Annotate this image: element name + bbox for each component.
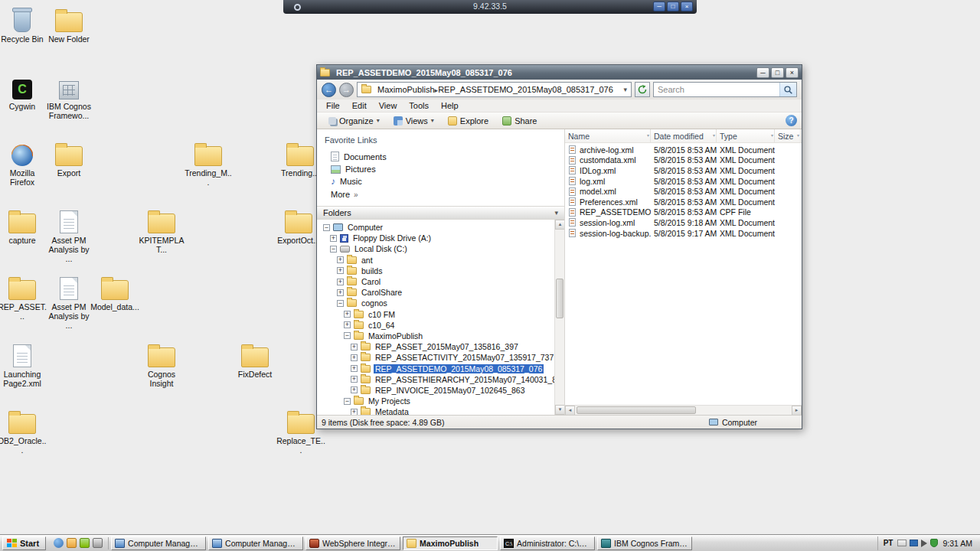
file-row-preferences-xml[interactable]: Preferences.xml5/8/2015 8:53 AMXML Docum… xyxy=(565,197,802,207)
rdp-minimize-button[interactable] xyxy=(653,2,665,11)
file-row-session-log-xml[interactable]: session-log.xml5/8/2015 9:18 AMXML Docum… xyxy=(565,217,802,228)
tree-item-floppy-disk-drive-a[interactable]: +Floppy Disk Drive (A:) xyxy=(317,233,554,243)
refresh-button[interactable] xyxy=(635,82,650,97)
menu-tools[interactable]: Tools xyxy=(403,101,435,110)
column-header-name[interactable]: Name xyxy=(565,129,651,142)
desktop-icon-fixdefect[interactable]: FixDefect xyxy=(230,340,279,379)
file-row-customdata-xml[interactable]: customdata.xml5/8/2015 8:53 AMXML Docume… xyxy=(565,155,802,166)
desktop-icon-recycle-bin[interactable]: Recycle Bin xyxy=(0,5,47,44)
scroll-up-icon[interactable] xyxy=(555,220,564,230)
expand-toggle-icon[interactable]: + xyxy=(344,311,351,318)
desktop-icon-launching-page2-xml[interactable]: Launching Page2.xml xyxy=(0,340,47,388)
desktop-icon-trending-m[interactable]: Trending_M... xyxy=(184,139,233,187)
expand-toggle-icon[interactable]: + xyxy=(337,289,344,296)
tree-item-cognos[interactable]: −cognos xyxy=(317,298,554,308)
quicklaunch-2-icon[interactable] xyxy=(67,538,77,548)
desktop-icon-model-data[interactable]: Model_data... xyxy=(90,272,139,311)
menu-help[interactable]: Help xyxy=(435,101,465,110)
tree-item-rep-assetdemo-2015may08-085317-076[interactable]: +REP_ASSETDEMO_2015May08_085317_076 xyxy=(317,363,554,373)
tree-item-rep-asset-2015may07-135816-397[interactable]: +REP_ASSET_2015May07_135816_397 xyxy=(317,341,554,352)
tree-item-carol[interactable]: +Carol xyxy=(317,276,554,287)
file-row-session-log-backup-xml[interactable]: session-log-backup.xml5/8/2015 9:17 AMXM… xyxy=(565,228,802,239)
expand-toggle-icon[interactable]: − xyxy=(337,300,344,307)
language-indicator[interactable]: PT xyxy=(884,539,893,547)
back-button[interactable] xyxy=(322,83,336,97)
volume-icon[interactable] xyxy=(921,540,927,547)
quicklaunch-3-icon[interactable] xyxy=(80,538,90,548)
tree-item-rep-assethierarchy-2015may07-140031-821[interactable]: +REP_ASSETHIERARCHY_2015May07_140031_821 xyxy=(317,374,554,385)
keyboard-icon[interactable] xyxy=(897,540,906,546)
security-icon[interactable] xyxy=(930,539,938,547)
hscrollbar-thumb[interactable] xyxy=(577,406,696,414)
desktop-icon-kpitemplat[interactable]: KPITEMPLAT... xyxy=(137,206,186,254)
folders-band[interactable]: Folders xyxy=(317,206,564,220)
expand-toggle-icon[interactable]: + xyxy=(351,354,358,361)
menu-edit[interactable]: Edit xyxy=(346,101,373,110)
tree-item-metadata[interactable]: +Metadata xyxy=(317,406,554,415)
tree-item-computer[interactable]: −Computer xyxy=(317,222,554,233)
more-link[interactable]: More » xyxy=(323,187,564,199)
tree-item-c10-fm[interactable]: +c10 FM xyxy=(317,309,554,320)
desktop-icon-new-folder[interactable]: New Folder xyxy=(44,5,93,44)
tree-item-ant[interactable]: +ant xyxy=(317,255,554,266)
tree-item-local-disk-c[interactable]: −Local Disk (C:) xyxy=(317,243,554,254)
tree-item-rep-invoice-2015may07-102645-863[interactable]: +REP_INVOICE_2015May07_102645_863 xyxy=(317,385,554,396)
network-icon[interactable] xyxy=(910,540,918,546)
column-header-date-modified[interactable]: Date modified xyxy=(651,129,717,142)
quicklaunch-4-icon[interactable] xyxy=(93,538,103,548)
rdp-connection-bar[interactable]: 9.42.33.5 xyxy=(283,0,697,14)
favorite-link-pictures[interactable]: Pictures xyxy=(323,163,564,175)
breadcrumb[interactable]: MaximoPublishREP_ASSETDEMO_2015May08_085… xyxy=(357,82,632,97)
close-button[interactable] xyxy=(786,67,799,78)
rdp-close-button[interactable] xyxy=(681,2,693,11)
favorite-link-documents[interactable]: Documents xyxy=(323,150,564,163)
files-hscrollbar[interactable] xyxy=(565,405,802,415)
favorite-link-music[interactable]: Music xyxy=(323,175,564,187)
tree-scrollbar[interactable] xyxy=(554,220,564,415)
taskbar-button-websphere-integrated-s[interactable]: WebSphere Integrated S... xyxy=(305,536,400,550)
search-input[interactable] xyxy=(654,85,779,94)
address-dropdown-icon[interactable] xyxy=(623,86,627,93)
maximize-button[interactable] xyxy=(771,67,784,78)
help-icon[interactable] xyxy=(786,115,797,126)
desktop-icon-capture[interactable]: capture xyxy=(0,206,47,245)
search-icon[interactable] xyxy=(779,83,796,96)
toolbar-views-button[interactable]: Views xyxy=(387,112,441,129)
desktop-icon-cygwin[interactable]: Cygwin xyxy=(0,72,47,111)
breadcrumb-item-1[interactable]: REP_ASSETDEMO_2015May08_085317_076 xyxy=(438,85,613,94)
forward-button[interactable] xyxy=(339,83,354,97)
tree-item-rep-assetactivity-2015may07-135917-737[interactable]: +REP_ASSETACTIVITY_2015May07_135917_737 xyxy=(317,352,554,363)
desktop-icon-asset-pm-analysis-by[interactable]: Asset PM Analysis by ... xyxy=(44,272,93,330)
desktop-icon-asset-pm-analysis-by[interactable]: Asset PM Analysis by ... xyxy=(44,206,93,263)
expand-toggle-icon[interactable]: + xyxy=(337,279,344,285)
desktop-icon-rep-asset[interactable]: REP_ASSET... xyxy=(0,272,47,321)
desktop-icon-db2-oracle[interactable]: DB2_Oracle... xyxy=(0,406,47,455)
desktop-icon-cognos-insight[interactable]: Cognos Insight xyxy=(137,340,186,388)
taskbar-button-administrator-c-windo[interactable]: Administrator: C:\Windo... xyxy=(500,536,595,550)
expand-toggle-icon[interactable]: + xyxy=(337,256,344,263)
file-row-rep-assetdemo-cpf[interactable]: REP_ASSETDEMO.cpf5/8/2015 8:53 AMCPF Fil… xyxy=(565,207,802,218)
tree-item-builds[interactable]: +builds xyxy=(317,266,554,276)
column-header-type[interactable]: Type xyxy=(717,129,775,142)
file-row-model-xml[interactable]: model.xml5/8/2015 8:53 AMXML Document xyxy=(565,186,802,197)
tree-item-c10-64[interactable]: +c10_64 xyxy=(317,320,554,331)
tree-item-carolshare[interactable]: +CarolShare xyxy=(317,287,554,298)
expand-toggle-icon[interactable]: + xyxy=(351,365,358,372)
column-header-size[interactable]: Size xyxy=(775,129,801,142)
toolbar-share-button[interactable]: Share xyxy=(495,112,544,129)
file-row-idlog-xml[interactable]: IDLog.xml5/8/2015 8:53 AMXML Document xyxy=(565,165,802,176)
expand-toggle-icon[interactable]: + xyxy=(344,321,351,328)
expand-toggle-icon[interactable]: − xyxy=(344,398,351,405)
expand-toggle-icon[interactable]: − xyxy=(330,246,337,253)
start-button[interactable]: Start xyxy=(2,536,46,550)
minimize-button[interactable] xyxy=(756,67,769,78)
file-row-archive-log-xml[interactable]: archive-log.xml5/8/2015 8:53 AMXML Docum… xyxy=(565,145,802,155)
expand-toggle-icon[interactable]: − xyxy=(344,332,351,339)
expand-toggle-icon[interactable]: − xyxy=(323,224,330,231)
scroll-down-icon[interactable] xyxy=(555,405,564,415)
scrollbar-thumb[interactable] xyxy=(556,279,564,318)
desktop-icon-mozilla-firefox[interactable]: Mozilla Firefox xyxy=(0,139,47,187)
desktop-icon-export[interactable]: Export xyxy=(44,139,93,178)
toolbar-explore-button[interactable]: Explore xyxy=(441,112,495,129)
menu-view[interactable]: View xyxy=(373,101,403,110)
